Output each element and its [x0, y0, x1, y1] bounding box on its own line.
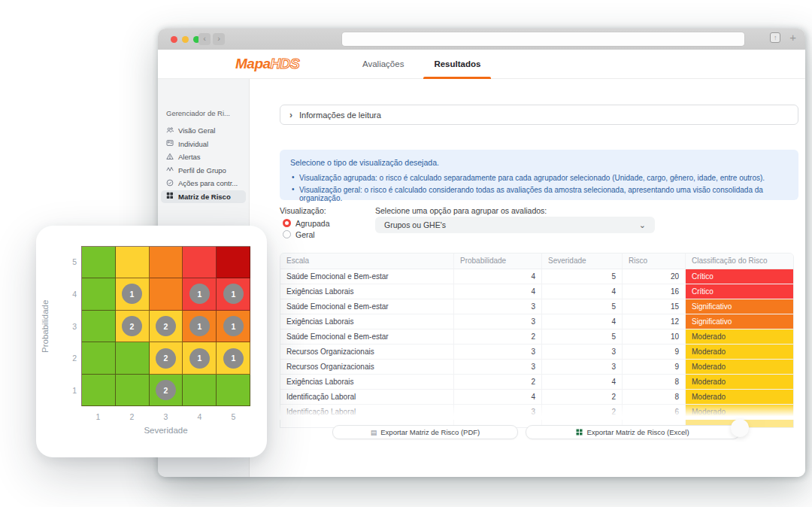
cell-severidade: 4	[542, 375, 623, 389]
y-axis-label: Probabilidade	[41, 282, 50, 371]
matrix-cell-p4-s1	[82, 278, 116, 310]
pdf-icon: ▤	[371, 429, 377, 436]
cell-escala: Saúde Emocional e Bem-estar	[280, 299, 454, 314]
cell-risco: 8	[623, 390, 686, 404]
table-header-cell: Escala	[280, 254, 454, 269]
x-tick-label: 1	[91, 412, 106, 421]
chevron-down-icon: ⌄	[639, 220, 646, 230]
visualization-radio-group: AgrupadaGeral	[283, 217, 330, 240]
radio-label: Geral	[295, 230, 315, 239]
table-row: Exigências Laborais4416Crítico	[280, 284, 793, 299]
group-select[interactable]: Grupos ou GHE's ⌄	[375, 217, 655, 233]
reading-info-accordion[interactable]: › Informações de leitura	[280, 105, 798, 125]
sidebar-header: Gerenciador de Ri...	[166, 109, 249, 117]
cell-risco: 9	[623, 345, 686, 359]
matrix-bubble-p1-s3: 2	[156, 380, 176, 400]
info-bullet: Visualização geral: o risco é calculado …	[290, 186, 788, 202]
forward-icon[interactable]: ›	[213, 33, 225, 45]
matrix-cell-p5-s4	[183, 247, 217, 278]
main-tabs: AvaliaçõesResultados	[362, 50, 480, 79]
export-pdf-button[interactable]: ▤ Exportar Matriz de Risco (PDF)	[332, 425, 518, 439]
share-icon[interactable]: ↑	[770, 32, 780, 43]
info-title: Selecione o tipo de visualização desejad…	[290, 158, 788, 167]
matrix-bubble-p3-s3: 2	[156, 316, 176, 336]
person-card-icon	[166, 139, 174, 148]
activity-icon	[166, 165, 174, 175]
x-axis-label: Severidade	[81, 426, 250, 435]
cell-severidade: 4	[542, 314, 623, 329]
sidebar-item-label: Perfil de Grupo	[178, 166, 226, 175]
x-tick-label: 4	[192, 412, 208, 421]
radio-agrupada[interactable]: Agrupada	[283, 217, 330, 229]
cell-risco: 15	[623, 299, 686, 314]
sidebar-item-vis-o-geral[interactable]: Visão Geral	[161, 124, 246, 138]
group-select-label: Selecione uma opção para agrupar os aval…	[375, 206, 547, 215]
app-logo: MapaHDS	[235, 56, 299, 72]
scroll-fab[interactable]	[731, 419, 749, 437]
x-tick-label: 3	[159, 412, 174, 421]
sidebar-item-perfil-de-grupo[interactable]: Perfil de Grupo	[161, 164, 246, 178]
sidebar-item-a-es-para-contr-[interactable]: Ações para contr...	[161, 177, 246, 190]
radio-geral[interactable]: Geral	[283, 229, 330, 240]
table-row: Identificação Laboral428Moderado	[280, 390, 793, 405]
export-excel-button[interactable]: Exportar Matriz de Risco (Excel)	[526, 425, 740, 439]
table-row: Exigências Laborais248Moderado	[280, 375, 793, 390]
excel-icon	[576, 429, 583, 436]
tab-resultados[interactable]: Resultados	[434, 50, 480, 79]
cell-probabilidade: 3	[454, 405, 542, 419]
y-tick-label: 5	[66, 257, 77, 266]
matrix-bubble-p3-s2: 2	[122, 316, 142, 336]
sidebar-item-label: Alertas	[178, 153, 201, 161]
y-tick-label: 1	[66, 386, 77, 395]
people-icon	[166, 126, 174, 135]
cell-escala: Identificação Laboral	[280, 390, 454, 404]
app-navbar: MapaHDS AvaliaçõesResultados	[158, 50, 805, 79]
cell-escala: Exigências Laborais	[280, 375, 454, 389]
minimize-window-button[interactable]	[182, 36, 189, 43]
grid-icon	[166, 192, 174, 201]
cell-risco: 6	[623, 405, 686, 419]
cell-escala: Exigências Laborais	[280, 314, 454, 329]
cell-probabilidade: 2	[454, 375, 542, 389]
radio-dot	[283, 219, 291, 227]
cell-classificacao: Moderado	[686, 329, 793, 344]
cell-probabilidade: 2	[454, 329, 542, 344]
sidebar-item-alertas[interactable]: Alertas	[161, 150, 246, 164]
tab-avaliações[interactable]: Avaliações	[362, 50, 404, 79]
export-excel-label: Exportar Matriz de Risco (Excel)	[586, 428, 689, 436]
table-header-cell: Probabilidade	[454, 254, 542, 269]
cell-classificacao: Moderado	[686, 390, 793, 404]
cell-escala: Recursos Organizacionais	[280, 345, 454, 359]
warning-triangle-icon	[166, 153, 174, 162]
matrix-cell-p3-s1	[82, 311, 116, 342]
visualization-label: Visualização:	[280, 206, 326, 215]
visualization-info-box: Selecione o tipo de visualização desejad…	[280, 150, 798, 200]
sidebar-item-individual[interactable]: Individual	[161, 138, 246, 151]
y-tick-label: 4	[66, 290, 77, 299]
cell-risco: 8	[623, 375, 686, 389]
address-bar[interactable]	[342, 32, 744, 46]
sidebar-item-matriz-de-risco[interactable]: Matriz de Risco	[161, 190, 246, 204]
matrix-bubble-p3-s4: 1	[189, 316, 210, 336]
cell-classificacao: Crítico	[686, 269, 793, 284]
cell-risco: 16	[623, 284, 686, 299]
risk-matrix-card: Probabilidade 543211234511122112112 Seve…	[36, 226, 267, 457]
matrix-bubble-p2-s5: 1	[223, 348, 244, 369]
cell-probabilidade: 3	[454, 360, 542, 374]
y-tick-label: 3	[66, 322, 77, 331]
risk-table: EscalaProbabilidadeSeveridadeRiscoClassi…	[280, 253, 794, 428]
table-row: Recursos Organizacionais339Moderado	[280, 345, 793, 360]
cell-risco: 10	[623, 329, 686, 344]
cell-escala: Saúde Emocional e Bem-estar	[280, 329, 454, 344]
cell-classificacao: Significativo	[686, 299, 793, 314]
new-tab-icon[interactable]: +	[789, 32, 796, 43]
cell-severidade: 2	[542, 405, 623, 419]
x-tick-label: 2	[125, 412, 140, 421]
matrix-cell-p5-s3	[150, 247, 183, 278]
cell-severidade: 5	[542, 269, 623, 284]
close-window-button[interactable]	[171, 36, 177, 43]
back-icon[interactable]: ‹	[198, 33, 211, 45]
matrix-cell-p1-s5	[217, 375, 250, 406]
cell-escala: Identificação Laboral	[280, 405, 454, 419]
sidebar-item-label: Visão Geral	[178, 126, 215, 135]
